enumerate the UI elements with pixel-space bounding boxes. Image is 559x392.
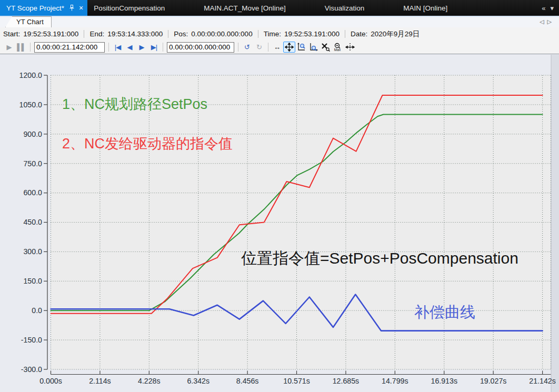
scroll-tabs-right-icon[interactable]: ▷ (547, 18, 555, 25)
status-label-start: Start: (3, 30, 20, 38)
tab-label: PositionCompensation (94, 4, 165, 12)
tab-main-act-move-online[interactable]: MAIN.ACT_Move [Online] (197, 0, 292, 16)
redo-icon: ↻ (256, 43, 262, 51)
status-divider (168, 30, 168, 38)
tab-label: YT Scope Project* (6, 4, 64, 12)
note-compensation-curve: 补偿曲线 (414, 304, 475, 320)
x-tick-label: 2.114s (89, 377, 111, 385)
doc-tab-scroll-arrows: ◁▷ (540, 18, 555, 25)
y-tick-label: 1050.0 (19, 100, 43, 109)
scope-toolbar: ▶▌▌|◀◀▶▶|↺↻↔Max (0, 41, 559, 54)
pan-horizontal-button[interactable]: ↔ (271, 42, 283, 53)
plot-background (51, 75, 551, 369)
step-back-button[interactable]: ◀ (124, 42, 136, 53)
tab-main-online[interactable]: MAIN [Online] (397, 0, 454, 16)
status-divider (345, 30, 345, 38)
chart-status-bar: Start:19:52:53.191:000End:19:53:14.333:0… (0, 27, 559, 41)
pause-icon: ▌▌ (17, 43, 25, 51)
y-tick-label: -300.0 (21, 365, 42, 374)
y-tick-label: 750.0 (23, 159, 42, 168)
toolbar-separator (30, 43, 31, 52)
record-length-field[interactable] (34, 42, 105, 53)
note-equation: 位置指令值=SetPos+PosCompensation (241, 249, 518, 267)
document-tab-row: YT Chart ◁▷ (0, 16, 559, 27)
scope-window: YT Scope Project*×PositionCompensationMA… (0, 0, 559, 392)
toolbar-separator (163, 43, 163, 52)
reset-zoom-button[interactable] (320, 42, 332, 53)
status-label-pos: Pos: (174, 30, 188, 38)
redo-view-button[interactable]: ↻ (253, 42, 265, 53)
y-tick-label: 450.0 (23, 218, 42, 226)
tab-overflow-controls: « ▾ (542, 0, 559, 16)
x-tick-label: 8.456s (236, 377, 259, 385)
status-value-end: 19:53:14.333:000 (107, 30, 163, 38)
status-label-end: End: (89, 30, 104, 38)
play-icon: ▶ (7, 43, 12, 51)
window-tab-bar: YT Scope Project*×PositionCompensationMA… (0, 0, 559, 16)
skip-to-start-button[interactable]: |◀ (112, 42, 124, 53)
tab-visualization[interactable]: Visualization (318, 0, 371, 16)
play-button[interactable]: ▶ (3, 42, 15, 53)
tab-label: Visualization (325, 4, 365, 12)
x-tick-label: 12.685s (333, 377, 360, 385)
pause-button[interactable]: ▌▌ (15, 42, 27, 53)
toolbar-separator (108, 43, 109, 52)
undo-icon: ↺ (244, 43, 250, 51)
yt-chart-area: 1200.01050.0900.0750.0600.0450.0300.0150… (0, 55, 559, 392)
x-tick-label: 19.027s (480, 377, 507, 385)
status-divider (84, 30, 84, 38)
step-forward-button[interactable]: ▶ (136, 42, 148, 53)
collapse-panes-icon[interactable]: « (542, 4, 545, 12)
x-tick-label: 6.342s (187, 377, 209, 385)
fit-time-range-button[interactable] (344, 42, 356, 53)
y-tick-label: 1200.0 (19, 71, 43, 79)
status-value-date: 2020年9月29日 (371, 29, 420, 39)
skip-start-icon: |◀ (115, 43, 121, 51)
tab-yt-scope-project[interactable]: YT Scope Project*× (0, 0, 87, 16)
toolbar-separator (268, 43, 268, 52)
x-tick-label: 0.000s (39, 377, 62, 385)
pin-icon[interactable] (69, 5, 75, 11)
x-tick-label: 21.142s (529, 377, 556, 385)
toolbar-separator (238, 43, 238, 52)
right-panel-strip (551, 55, 559, 392)
skip-to-end-button[interactable]: ▶| (148, 42, 160, 53)
status-value-start: 19:52:53.191:000 (23, 30, 78, 38)
note-drive-command: 2、NC发给驱动器的指令值 (62, 136, 233, 152)
x-tick-label: 4.228s (138, 377, 161, 385)
step-back-icon: ◀ (127, 43, 133, 51)
undo-view-button[interactable]: ↺ (241, 42, 253, 53)
status-value-pos: 0.00:00:00.000:000 (191, 30, 252, 38)
skip-end-icon: ▶| (151, 43, 157, 51)
step-forward-icon: ▶ (139, 43, 145, 51)
y-tick-label: 0.0 (32, 306, 42, 315)
x-tick-label: 16.913s (431, 377, 458, 385)
arrows-horizontal-icon: ↔ (274, 43, 281, 51)
zoom-max-button[interactable]: Max (332, 42, 344, 53)
note-setpos: 1、NC规划路径SetPos (62, 96, 207, 112)
y-tick-label: 150.0 (23, 277, 42, 285)
status-label-date: Date: (351, 30, 367, 38)
status-label-time: Time: (264, 30, 281, 38)
x-tick-label: 14.799s (382, 377, 408, 385)
x-tick-label: 10.571s (283, 377, 310, 385)
free-move-button[interactable] (283, 42, 295, 53)
y-tick-label: 600.0 (23, 188, 42, 197)
tab-label: MAIN [Online] (403, 4, 447, 12)
scroll-tabs-left-icon[interactable]: ◁ (540, 18, 547, 25)
tab-label: MAIN.ACT_Move [Online] (204, 4, 285, 12)
zoom-y-axis-button[interactable] (295, 42, 307, 53)
y-tick-label: 900.0 (23, 130, 42, 138)
status-divider (258, 30, 258, 38)
y-tick-label: 300.0 (23, 247, 42, 256)
zoom-x-axis-button[interactable] (307, 42, 320, 53)
tab-positioncompensation[interactable]: PositionCompensation (87, 0, 171, 16)
tab-yt-chart[interactable]: YT Chart (5, 16, 52, 27)
yt-chart-canvas[interactable]: 1200.01050.0900.0750.0600.0450.0300.0150… (0, 55, 559, 392)
cursor-position-field[interactable] (167, 42, 234, 53)
close-icon[interactable]: × (79, 4, 83, 12)
svg-text:Max: Max (334, 48, 341, 52)
status-value-time: 19:52:53.191:000 (284, 30, 340, 38)
tab-list-dropdown-icon[interactable]: ▾ (550, 4, 554, 12)
y-tick-label: -150.0 (21, 336, 42, 344)
